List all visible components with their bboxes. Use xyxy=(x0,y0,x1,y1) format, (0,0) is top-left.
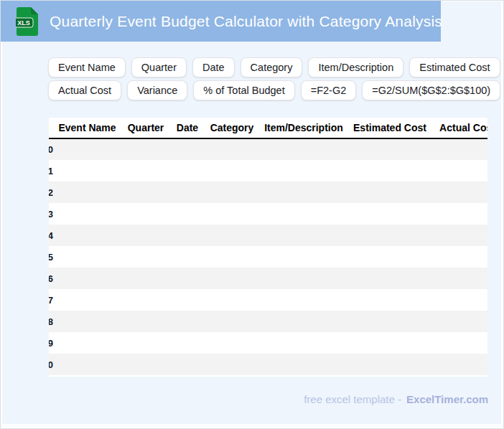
chip-event-name[interactable]: Event Name xyxy=(48,57,126,77)
empty-cell xyxy=(121,138,170,160)
empty-cell xyxy=(121,332,170,354)
chip-date[interactable]: Date xyxy=(192,57,235,77)
xls-icon-label: XLS xyxy=(17,19,30,27)
table-row: 6 xyxy=(49,268,487,289)
empty-cell xyxy=(431,332,487,354)
table-row: 4 xyxy=(49,225,487,246)
empty-cell xyxy=(121,225,170,246)
empty-cell xyxy=(121,246,170,268)
column-chips-row-2: Actual CostVariance% of Total Budget=F2-… xyxy=(48,80,500,100)
chip-g2-sum-g-2-g-100[interactable]: =G2/SUM($G$2:$G$100) xyxy=(362,80,500,100)
table-row: 5 xyxy=(49,246,487,268)
chip-f2-g2[interactable]: =F2-G2 xyxy=(301,80,357,100)
empty-cell xyxy=(170,203,205,225)
empty-cell xyxy=(121,289,170,311)
empty-cell xyxy=(259,332,348,354)
empty-cell xyxy=(259,311,348,332)
empty-cell xyxy=(53,246,121,268)
empty-cell xyxy=(431,354,487,375)
footer: free excel template -ExcelTimer.com xyxy=(304,393,488,405)
column-header-event-name: Event Name xyxy=(53,118,121,138)
empty-cell xyxy=(170,354,205,375)
empty-cell xyxy=(170,268,205,289)
column-header-category: Category xyxy=(205,118,259,138)
empty-cell xyxy=(121,268,170,289)
empty-cell xyxy=(170,311,205,332)
column-header-actual-cost: Actual Cost xyxy=(431,118,487,138)
empty-cell xyxy=(259,225,348,246)
table-row: 1 xyxy=(49,160,487,182)
chip-category[interactable]: Category xyxy=(241,57,303,77)
empty-cell xyxy=(170,138,205,160)
empty-cell xyxy=(259,138,348,160)
empty-cell xyxy=(348,332,431,354)
empty-cell xyxy=(259,203,348,225)
table-row: 2 xyxy=(49,182,487,203)
table-row: 0 xyxy=(49,138,487,160)
table-row: 3 xyxy=(49,203,487,225)
footer-brand-link[interactable]: ExcelTimer.com xyxy=(406,393,488,405)
empty-cell xyxy=(53,268,121,289)
column-header-date: Date xyxy=(170,118,205,138)
chip-item-description[interactable]: Item/Description xyxy=(308,57,403,77)
empty-cell xyxy=(205,182,259,203)
empty-cell xyxy=(431,138,487,160)
chip-of-total-budget[interactable]: % of Total Budget xyxy=(193,80,294,100)
table-row: 7 xyxy=(49,289,487,311)
empty-cell xyxy=(121,182,170,203)
empty-cell xyxy=(121,311,170,332)
empty-cell xyxy=(53,225,121,246)
empty-cell xyxy=(431,203,487,225)
spreadsheet-preview: Event NameQuarterDateCategoryItem/Descri… xyxy=(49,118,487,377)
empty-cell xyxy=(53,289,121,311)
empty-cell xyxy=(348,182,431,203)
footer-text: free excel template - xyxy=(304,393,401,405)
empty-cell xyxy=(431,268,487,289)
column-header-estimated-cost: Estimated Cost xyxy=(348,118,431,138)
chip-variance[interactable]: Variance xyxy=(127,80,187,100)
empty-cell xyxy=(170,225,205,246)
chip-estimated-cost[interactable]: Estimated Cost xyxy=(409,57,500,77)
empty-cell xyxy=(53,138,121,160)
empty-cell xyxy=(431,225,487,246)
empty-cell xyxy=(348,311,431,332)
empty-cell xyxy=(205,203,259,225)
empty-cell xyxy=(205,225,259,246)
empty-cell xyxy=(170,332,205,354)
table-row: 9 xyxy=(49,332,487,354)
empty-cell xyxy=(121,203,170,225)
table-row: 8 xyxy=(49,311,487,332)
empty-cell xyxy=(431,160,487,182)
empty-cell xyxy=(205,311,259,332)
chip-actual-cost[interactable]: Actual Cost xyxy=(48,80,121,100)
empty-cell xyxy=(53,311,121,332)
empty-cell xyxy=(348,268,431,289)
empty-cell xyxy=(205,138,259,160)
empty-cell xyxy=(348,225,431,246)
page-title: Quarterly Event Budget Calculator with C… xyxy=(50,1,442,42)
empty-cell xyxy=(348,138,431,160)
column-header-quarter: Quarter xyxy=(121,118,170,138)
empty-cell xyxy=(348,354,431,375)
xls-file-icon: XLS xyxy=(16,6,39,37)
template-preview-page: XLS Quarterly Event Budget Calculator wi… xyxy=(0,0,504,429)
empty-cell xyxy=(170,246,205,268)
empty-cell xyxy=(259,160,348,182)
empty-cell xyxy=(53,160,121,182)
empty-cell xyxy=(431,311,487,332)
column-chips-row-1: Event NameQuarterDateCategoryItem/Descri… xyxy=(48,57,500,77)
empty-cell xyxy=(170,289,205,311)
empty-cell xyxy=(53,332,121,354)
empty-cell xyxy=(431,289,487,311)
chip-quarter[interactable]: Quarter xyxy=(131,57,187,77)
column-header-item-description: Item/Description xyxy=(259,118,348,138)
table-row: 10 xyxy=(49,354,487,375)
empty-cell xyxy=(121,160,170,182)
empty-cell xyxy=(205,160,259,182)
empty-cell xyxy=(259,289,348,311)
empty-cell xyxy=(53,182,121,203)
empty-cell xyxy=(259,354,348,375)
empty-cell xyxy=(205,289,259,311)
empty-cell xyxy=(431,246,487,268)
empty-cell xyxy=(170,182,205,203)
